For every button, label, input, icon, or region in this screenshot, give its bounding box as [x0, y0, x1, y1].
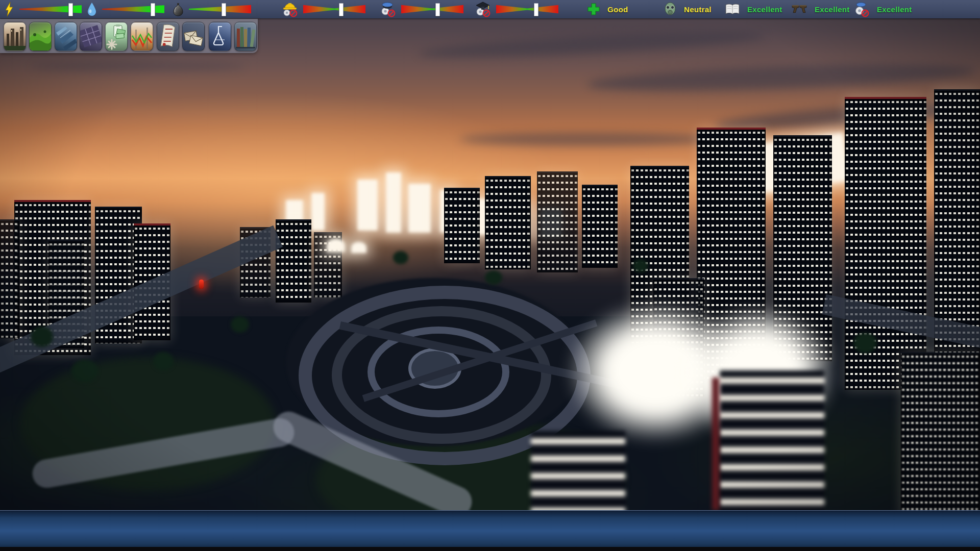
top-status-bar: Good Neutral Excellent — [0, 0, 980, 18]
construction-jobs-meter — [282, 0, 365, 18]
tower — [537, 171, 578, 272]
police-cap-icon — [380, 1, 396, 17]
employment-status-label: Excellent — [877, 5, 912, 14]
dome-building — [351, 242, 366, 253]
economy-button[interactable] — [105, 22, 128, 51]
water-drop-icon — [87, 2, 97, 16]
main-toolbar — [0, 19, 258, 53]
budget-button[interactable] — [157, 22, 179, 51]
health-status-label: Good — [607, 5, 628, 14]
water-slider-marker[interactable] — [151, 3, 155, 16]
service-jobs-meter — [380, 0, 463, 18]
solar-panels-icon — [80, 22, 102, 51]
tower — [901, 352, 980, 517]
education-jobs-meter — [475, 0, 558, 18]
cloud — [31, 61, 245, 71]
statistics-button[interactable] — [131, 22, 153, 51]
garbage-slider[interactable] — [189, 3, 251, 16]
foreground-tower — [720, 370, 824, 513]
game-screen: Good Neutral Excellent — [0, 0, 980, 551]
green-terrain-icon — [30, 22, 51, 51]
gas-mask-icon — [664, 2, 677, 16]
tower-red-stripe — [712, 378, 719, 510]
cloud — [459, 133, 715, 146]
education-jobs-slider-marker[interactable] — [534, 3, 538, 16]
dome-building — [327, 239, 345, 252]
water-meter — [87, 0, 164, 18]
tree — [393, 251, 408, 264]
distant-building — [357, 180, 378, 231]
tree — [153, 352, 174, 370]
water-slider[interactable] — [102, 3, 164, 16]
graduation-cap-icon — [475, 1, 491, 17]
service-jobs-slider[interactable] — [401, 3, 463, 16]
education-jobs-slider[interactable] — [496, 3, 558, 16]
garbage-slider-marker[interactable] — [222, 3, 226, 16]
pollution-status-label: Neutral — [684, 5, 712, 14]
construction-jobs-slider-marker[interactable] — [339, 3, 344, 16]
tree — [485, 270, 502, 285]
tree — [633, 259, 648, 272]
pollution-status: Neutral — [664, 0, 712, 18]
tree — [853, 333, 877, 353]
hard-hat-icon — [282, 1, 298, 17]
infrastructure-button[interactable] — [80, 22, 102, 51]
envelopes-icon — [183, 22, 204, 51]
education-status: Excellent — [725, 0, 782, 18]
tower — [444, 188, 480, 263]
employment-status: Excellent — [853, 0, 912, 18]
money-clipboard-icon — [106, 22, 127, 51]
tree — [71, 360, 98, 382]
power-slider[interactable] — [19, 3, 82, 16]
bottom-strip — [0, 547, 980, 551]
worker-icon — [853, 1, 870, 17]
policies-button[interactable] — [234, 22, 257, 51]
terrain-button[interactable] — [29, 22, 52, 51]
power-slider-marker[interactable] — [68, 3, 73, 16]
crime-status: Excellent — [791, 0, 850, 18]
guns-icon — [791, 2, 807, 16]
power-meter — [4, 0, 82, 18]
flask-icon — [209, 22, 231, 51]
distant-building — [408, 184, 431, 233]
garbage-bag-icon — [173, 2, 184, 16]
city-photo-icon — [4, 22, 26, 51]
foreground-tower — [531, 431, 625, 513]
messages-button[interactable] — [182, 22, 205, 51]
tree — [231, 316, 249, 333]
game-viewport[interactable] — [0, 0, 980, 551]
distant-building — [386, 172, 401, 233]
education-status-label: Excellent — [747, 5, 782, 14]
tree — [31, 327, 53, 347]
distant-building — [311, 193, 325, 231]
tower — [276, 219, 311, 303]
blue-buildings-icon — [55, 22, 77, 51]
service-jobs-slider-marker[interactable] — [435, 3, 440, 16]
buildings-button[interactable] — [55, 22, 77, 51]
open-book-icon — [725, 3, 740, 16]
health-plus-icon — [587, 3, 600, 16]
tower — [582, 185, 618, 268]
receipt-icon — [157, 22, 179, 51]
health-status: Good — [587, 0, 628, 18]
tower — [485, 176, 531, 269]
bottom-bar: 30,173,682 19,649 3,416 2X 4X 8X — [0, 510, 980, 547]
books-icon — [235, 22, 256, 51]
tower — [0, 219, 19, 338]
city-overview-button[interactable] — [4, 22, 26, 51]
construction-jobs-slider[interactable] — [303, 3, 365, 16]
lightning-icon — [4, 2, 14, 17]
garbage-meter — [173, 0, 251, 18]
traffic-light-glow — [199, 280, 204, 289]
research-button[interactable] — [209, 22, 231, 51]
line-graph-icon — [131, 22, 153, 51]
crime-status-label: Excellent — [815, 5, 850, 14]
